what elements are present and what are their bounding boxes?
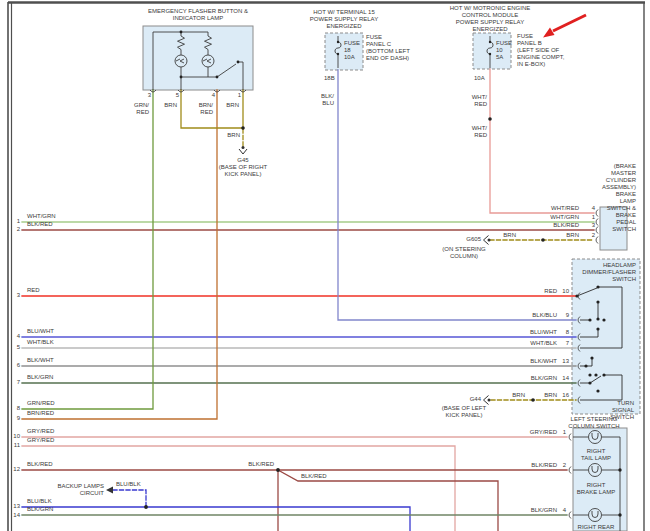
wires [22, 69, 594, 531]
right-tail-lamp-label: RIGHT TAIL LAMP [581, 448, 611, 462]
g44-ground-icon [484, 396, 491, 405]
row-num-9: 9 [17, 415, 20, 422]
row-num-11: 11 [14, 442, 20, 449]
row-wire-1: WHT/GRN [27, 213, 56, 220]
row-num-8: 8 [17, 405, 20, 412]
g45-wire-label: BRN [227, 132, 240, 139]
row-num-1: 1 [17, 218, 20, 225]
wire-blk-blu-fuse18 [338, 70, 576, 320]
flasher-wire-5: BRN [164, 102, 177, 109]
fuse10-wire-id: 10A [474, 75, 485, 82]
fuse18-wire-id: 18B [324, 75, 335, 82]
brake-term-num-3: 3 [592, 222, 595, 229]
lamp-term-wire-4: BLK/GRN [531, 507, 557, 514]
brake-term-wire-4: WHT/RED [551, 205, 579, 212]
fuse10-panel-label: FUSE PANEL B (LEFT SIDE OF ENGINE COMPT,… [517, 33, 564, 68]
row-num-10: 10 [13, 433, 20, 440]
row-num-4: 4 [17, 333, 20, 340]
col-term-num-16: 16 [562, 392, 569, 399]
row-wire-3: RED [27, 287, 40, 294]
g605-location: (ON STEERING COLUMN) [442, 246, 485, 260]
col-term-num-13: 13 [562, 358, 569, 365]
row-wire-12: BLK/RED [27, 461, 53, 468]
mid-blk-red-label-a: BLK/RED [248, 461, 274, 468]
col-term-wire-10: RED [544, 288, 557, 295]
row-num-6: 6 [17, 362, 20, 369]
brake-term-wire-1: WHT/GRN [550, 214, 579, 221]
row-num-13: 13 [13, 503, 20, 510]
lamp-term-num-1: 1 [563, 429, 566, 436]
col-term-wire-9: BLK/BLU [532, 312, 557, 319]
fuse18-panel-label: FUSE PANEL C (BOTTOM LEFT END OF DASH) [366, 34, 410, 62]
g605-ground-icon [484, 236, 491, 245]
fuse10-wire-label-lower: WHT/ RED [472, 125, 487, 139]
col-term-num-7: 7 [566, 340, 569, 347]
wiring-diagram-page: EMERGENCY FLASHER BUTTON & INDICATOR LAM… [0, 0, 650, 531]
row-wire-13: BLU/BLK [27, 498, 52, 505]
flasher-wire-4: BRN/ RED [199, 102, 213, 116]
note-terminal15: HOT W/ TERMINAL 15 POWER SUPPLY RELAY EN… [310, 9, 378, 30]
fuse18-wire-label: BLK/ BLU [321, 93, 334, 107]
flasher-term-5: 5 [176, 92, 179, 99]
fuse10-body: FUSE 10 5A [496, 40, 512, 61]
flasher-box [143, 26, 253, 90]
row-wire-2: BLK/RED [27, 221, 53, 228]
column-switch-caption: LEFT STEERING COLUMN SWITCH [566, 416, 622, 430]
row-wire-6: BLK/WHT [27, 357, 54, 364]
wire-blu-blk-row13 [22, 507, 410, 531]
note-motronic: HOT W/ MOTRONIC ENGINE CONTROL MODULE PO… [450, 5, 531, 33]
g605-wire-label: BRN [503, 232, 516, 239]
brake-term-num-2: 2 [592, 232, 595, 239]
brake-switch-title: (BRAKE MASTER CYLINDER ASSEMBLY) BRAKE L… [602, 163, 636, 233]
col-term-num-9: 9 [566, 312, 569, 319]
flasher-term-1: 1 [238, 92, 241, 99]
row-wire-4: BLU/WHT [27, 328, 54, 335]
col-term-wire-16: BRN [544, 392, 557, 399]
row-wire-14: BLK/GRN [27, 506, 53, 513]
lamp-term-num-4: 4 [563, 507, 566, 514]
col-term-wire-13: BLK/WHT [530, 358, 557, 365]
brake-term-num-1: 1 [592, 214, 595, 221]
row-num-2: 2 [17, 226, 20, 233]
row-wire-9: BRN/RED [27, 410, 54, 417]
row-wire-10: GRY/RED [27, 428, 54, 435]
col-term-wire-14: BLK/GRN [531, 375, 557, 382]
g44-wire-label: BRN [512, 392, 525, 399]
mid-blk-red-label-b: BLK/RED [301, 473, 327, 480]
right-brake-lamp-label: RIGHT BRAKE LAMP [577, 482, 615, 496]
fuse10-wire-label-upper: WHT/ RED [472, 94, 487, 108]
row-num-12: 12 [13, 466, 20, 473]
column-switch-title: HEADLAMP DIMMER/FLASHER SWITCH [582, 262, 636, 283]
col-term-wire-8: BLU/WHT [530, 329, 557, 336]
lamp-term-wire-2: BLK/RED [531, 462, 557, 469]
flasher-wire-1: BRN [226, 102, 239, 109]
row-num-14: 14 [13, 512, 20, 519]
col-term-num-14: 14 [562, 375, 569, 382]
brake-term-wire-3: BLK/RED [553, 222, 579, 229]
brake-term-num-4: 4 [592, 205, 595, 212]
right-rear-lamp-label: RIGHT REAR [578, 524, 615, 531]
row-wire-7: BLK/GRN [27, 374, 53, 381]
wire-wht-red-fuse10 [490, 69, 594, 213]
row-num-5: 5 [17, 344, 20, 351]
g605-label: G605 [466, 236, 481, 243]
brake-term-wire-2: BRN [566, 232, 579, 239]
g44-location: (BASE OF LEFT KICK PANEL) [442, 405, 486, 419]
g44-label: G44 [470, 396, 481, 403]
row-wire-5: WHT/BLK [27, 339, 54, 346]
row-wire-11: GRY/RED [27, 437, 54, 444]
g45-ground-icon [239, 146, 247, 154]
wire-brn-red-row9 [22, 90, 217, 419]
col-term-num-10: 10 [562, 288, 569, 295]
fuse18-body: FUSE 18 10A [344, 40, 360, 61]
backup-lamps-arrow-icon [106, 487, 113, 494]
row-num-7: 7 [17, 379, 20, 386]
backup-wire-label: BLU/BLK [116, 481, 141, 488]
col-term-wire-7: WHT/BLK [530, 340, 557, 347]
col-term-num-8: 8 [566, 329, 569, 336]
lamp-term-wire-1: GRY/RED [530, 429, 557, 436]
g45-label: G45 (BASE OF RIGHT KICK PANEL) [219, 157, 267, 178]
row-wire-8: GRN/RED [27, 400, 55, 407]
backup-lamps-label: BACKUP LAMPS CIRCUIT [57, 483, 104, 497]
flasher-term-4: 4 [212, 92, 215, 99]
